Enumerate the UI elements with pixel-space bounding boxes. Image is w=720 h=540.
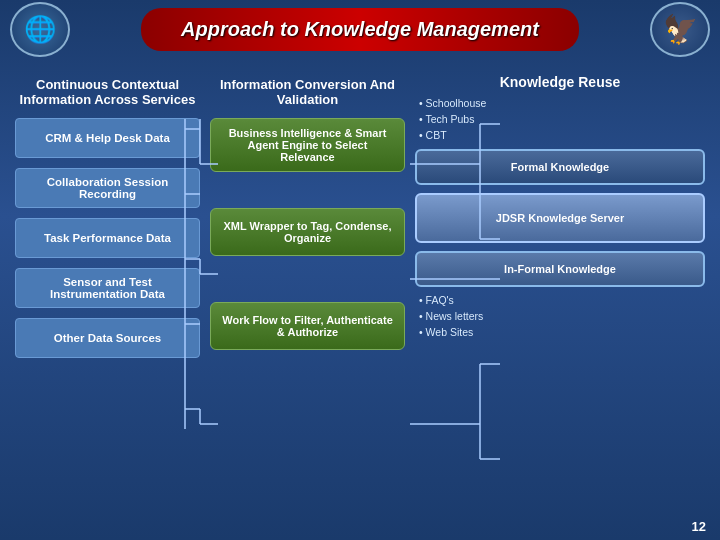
bullet-faqs: • FAQ's: [419, 293, 705, 309]
task-label: Task Performance Data: [44, 232, 171, 244]
jdsr-box: JDSR Knowledge Server: [415, 193, 705, 243]
collab-label: Collaboration Session Recording: [24, 176, 191, 200]
eagle-icon: 🦅: [663, 13, 698, 46]
right-header-text: Knowledge Reuse: [500, 74, 621, 90]
bullet-techpubs: • Tech Pubs: [419, 112, 705, 128]
col-mid: Information Conversion And Validation Bu…: [210, 74, 405, 368]
other-box: Other Data Sources: [15, 318, 200, 358]
page-title: Approach to Knowledge Management: [181, 18, 539, 40]
logo-right: 🦅: [650, 2, 710, 57]
jdsr-label: JDSR Knowledge Server: [496, 212, 624, 224]
header-title-pill: Approach to Knowledge Management: [141, 8, 579, 51]
page-number: 12: [692, 519, 706, 534]
collab-box: Collaboration Session Recording: [15, 168, 200, 208]
sensor-label: Sensor and Test Instrumentation Data: [24, 276, 191, 300]
main-content: Continuous Contextual Information Across…: [0, 64, 720, 378]
mid-header-text: Information Conversion And Validation: [210, 77, 405, 107]
col-left: Continuous Contextual Information Across…: [15, 74, 200, 368]
bi-label: Business Intelligence & Smart Agent Engi…: [221, 127, 394, 163]
sensor-box: Sensor and Test Instrumentation Data: [15, 268, 200, 308]
crm-label: CRM & Help Desk Data: [45, 132, 170, 144]
left-col-header: Continuous Contextual Information Across…: [15, 74, 200, 110]
xml-label: XML Wrapper to Tag, Condense, Organize: [221, 220, 394, 244]
informal-knowledge-box: In-Formal Knowledge: [415, 251, 705, 287]
bullet-newsletters: • News letters: [419, 309, 705, 325]
left-header-text: Continuous Contextual Information Across…: [15, 77, 200, 107]
xml-box: XML Wrapper to Tag, Condense, Organize: [210, 208, 405, 256]
right-col-header: Knowledge Reuse: [415, 74, 705, 90]
logo-left: 🌐: [10, 2, 70, 57]
header: 🌐 Approach to Knowledge Management 🦅: [0, 0, 720, 59]
informal-knowledge-label: In-Formal Knowledge: [504, 263, 616, 275]
col-right: Knowledge Reuse • Schoolhouse • Tech Pub…: [415, 74, 705, 368]
formal-knowledge-box: Formal Knowledge: [415, 149, 705, 185]
workflow-label: Work Flow to Filter, Authenticate & Auth…: [221, 314, 394, 338]
bullet-websites: • Web Sites: [419, 325, 705, 341]
task-box: Task Performance Data: [15, 218, 200, 258]
mid-col-header: Information Conversion And Validation: [210, 74, 405, 110]
globe-icon: 🌐: [24, 14, 56, 45]
workflow-box: Work Flow to Filter, Authenticate & Auth…: [210, 302, 405, 350]
bottom-bullets: • FAQ's • News letters • Web Sites: [415, 293, 705, 340]
formal-knowledge-label: Formal Knowledge: [511, 161, 609, 173]
crm-box: CRM & Help Desk Data: [15, 118, 200, 158]
bullet-cbt: • CBT: [419, 128, 705, 144]
bullet-schoolhouse: • Schoolhouse: [419, 96, 705, 112]
top-bullets: • Schoolhouse • Tech Pubs • CBT: [415, 96, 705, 143]
other-label: Other Data Sources: [54, 332, 161, 344]
bi-box: Business Intelligence & Smart Agent Engi…: [210, 118, 405, 172]
